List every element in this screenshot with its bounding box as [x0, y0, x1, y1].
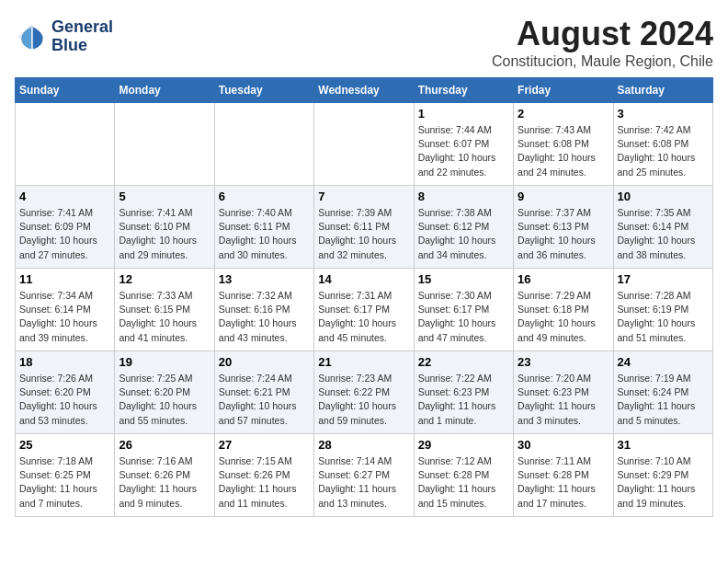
header-friday: Friday — [514, 78, 613, 103]
day-number: 18 — [19, 355, 110, 369]
header-monday: Monday — [115, 78, 214, 103]
day-info: Sunrise: 7:18 AM Sunset: 6:25 PM Dayligh… — [19, 454, 110, 511]
calendar-cell: 17Sunrise: 7:28 AM Sunset: 6:19 PM Dayli… — [613, 269, 712, 351]
day-info: Sunrise: 7:39 AM Sunset: 6:11 PM Dayligh… — [318, 206, 409, 262]
day-info: Sunrise: 7:23 AM Sunset: 6:22 PM Dayligh… — [318, 372, 409, 428]
day-number: 21 — [318, 355, 409, 369]
day-info: Sunrise: 7:29 AM Sunset: 6:18 PM Dayligh… — [518, 289, 609, 345]
day-number: 12 — [119, 272, 210, 286]
calendar-cell: 29Sunrise: 7:12 AM Sunset: 6:28 PM Dayli… — [414, 434, 513, 517]
main-title: August 2024 — [492, 15, 713, 53]
header-wednesday: Wednesday — [314, 78, 414, 103]
calendar-cell: 21Sunrise: 7:23 AM Sunset: 6:22 PM Dayli… — [314, 351, 414, 434]
day-info: Sunrise: 7:10 AM Sunset: 6:29 PM Dayligh… — [618, 454, 709, 511]
day-number: 11 — [19, 272, 110, 286]
calendar-table: SundayMondayTuesdayWednesdayThursdayFrid… — [15, 77, 713, 517]
calendar-cell — [214, 103, 313, 186]
day-info: Sunrise: 7:43 AM Sunset: 6:08 PM Dayligh… — [518, 123, 609, 179]
logo-icon — [15, 20, 48, 53]
calendar-cell: 8Sunrise: 7:38 AM Sunset: 6:12 PM Daylig… — [414, 186, 513, 269]
header-thursday: Thursday — [414, 78, 513, 103]
header-saturday: Saturday — [613, 78, 712, 103]
logo-line1: General — [51, 18, 113, 37]
day-info: Sunrise: 7:28 AM Sunset: 6:19 PM Dayligh… — [618, 289, 709, 345]
day-number: 27 — [219, 438, 310, 452]
day-info: Sunrise: 7:11 AM Sunset: 6:28 PM Dayligh… — [518, 454, 609, 511]
day-number: 1 — [418, 107, 509, 121]
calendar-cell: 30Sunrise: 7:11 AM Sunset: 6:28 PM Dayli… — [514, 434, 613, 517]
calendar-cell: 15Sunrise: 7:30 AM Sunset: 6:17 PM Dayli… — [414, 269, 513, 351]
day-number: 13 — [219, 272, 310, 286]
calendar-cell: 9Sunrise: 7:37 AM Sunset: 6:13 PM Daylig… — [514, 186, 613, 269]
week-row-5: 25Sunrise: 7:18 AM Sunset: 6:25 PM Dayli… — [16, 434, 713, 517]
header-sunday: Sunday — [16, 78, 115, 103]
day-info: Sunrise: 7:24 AM Sunset: 6:21 PM Dayligh… — [219, 372, 310, 428]
day-info: Sunrise: 7:22 AM Sunset: 6:23 PM Dayligh… — [418, 372, 509, 428]
day-info: Sunrise: 7:40 AM Sunset: 6:11 PM Dayligh… — [219, 206, 310, 262]
day-number: 3 — [618, 107, 709, 121]
week-row-3: 11Sunrise: 7:34 AM Sunset: 6:14 PM Dayli… — [16, 269, 713, 351]
calendar-cell: 13Sunrise: 7:32 AM Sunset: 6:16 PM Dayli… — [214, 269, 313, 351]
logo-line2: Blue — [51, 37, 113, 55]
calendar-cell: 24Sunrise: 7:19 AM Sunset: 6:24 PM Dayli… — [613, 351, 712, 434]
calendar-cell: 3Sunrise: 7:42 AM Sunset: 6:08 PM Daylig… — [613, 103, 712, 186]
day-number: 30 — [518, 438, 609, 452]
day-info: Sunrise: 7:30 AM Sunset: 6:17 PM Dayligh… — [418, 289, 509, 345]
day-info: Sunrise: 7:16 AM Sunset: 6:26 PM Dayligh… — [119, 454, 210, 511]
day-number: 9 — [518, 190, 609, 203]
day-number: 6 — [219, 190, 310, 203]
day-number: 23 — [518, 355, 609, 369]
day-number: 31 — [618, 438, 709, 452]
logo-text: General Blue — [51, 18, 113, 55]
day-info: Sunrise: 7:31 AM Sunset: 6:17 PM Dayligh… — [318, 289, 409, 345]
day-number: 10 — [618, 190, 709, 203]
calendar-cell — [16, 103, 115, 186]
calendar-cell: 25Sunrise: 7:18 AM Sunset: 6:25 PM Dayli… — [16, 434, 115, 517]
logo: General Blue — [15, 18, 113, 55]
calendar-cell: 22Sunrise: 7:22 AM Sunset: 6:23 PM Dayli… — [414, 351, 513, 434]
day-info: Sunrise: 7:34 AM Sunset: 6:14 PM Dayligh… — [19, 289, 110, 345]
day-info: Sunrise: 7:41 AM Sunset: 6:10 PM Dayligh… — [119, 206, 210, 262]
calendar-cell — [314, 103, 414, 186]
day-info: Sunrise: 7:26 AM Sunset: 6:20 PM Dayligh… — [19, 372, 110, 428]
title-block: August 2024 Constitucion, Maule Region, … — [492, 15, 713, 70]
day-number: 19 — [119, 355, 210, 369]
day-number: 15 — [418, 272, 509, 286]
page-header: General Blue August 2024 Constitucion, M… — [15, 15, 713, 70]
calendar-cell: 5Sunrise: 7:41 AM Sunset: 6:10 PM Daylig… — [115, 186, 214, 269]
calendar-cell: 1Sunrise: 7:44 AM Sunset: 6:07 PM Daylig… — [414, 103, 513, 186]
day-info: Sunrise: 7:32 AM Sunset: 6:16 PM Dayligh… — [219, 289, 310, 345]
day-info: Sunrise: 7:37 AM Sunset: 6:13 PM Dayligh… — [518, 206, 609, 262]
day-number: 20 — [219, 355, 310, 369]
calendar-cell: 12Sunrise: 7:33 AM Sunset: 6:15 PM Dayli… — [115, 269, 214, 351]
day-info: Sunrise: 7:38 AM Sunset: 6:12 PM Dayligh… — [418, 206, 509, 262]
calendar-cell: 18Sunrise: 7:26 AM Sunset: 6:20 PM Dayli… — [16, 351, 115, 434]
header-tuesday: Tuesday — [214, 78, 313, 103]
day-info: Sunrise: 7:12 AM Sunset: 6:28 PM Dayligh… — [418, 454, 509, 511]
day-number: 7 — [318, 190, 409, 203]
calendar-cell: 4Sunrise: 7:41 AM Sunset: 6:09 PM Daylig… — [16, 186, 115, 269]
calendar-cell: 31Sunrise: 7:10 AM Sunset: 6:29 PM Dayli… — [613, 434, 712, 517]
day-number: 28 — [318, 438, 409, 452]
day-number: 17 — [618, 272, 709, 286]
day-info: Sunrise: 7:19 AM Sunset: 6:24 PM Dayligh… — [618, 372, 709, 428]
calendar-cell: 10Sunrise: 7:35 AM Sunset: 6:14 PM Dayli… — [613, 186, 712, 269]
calendar-cell: 28Sunrise: 7:14 AM Sunset: 6:27 PM Dayli… — [314, 434, 414, 517]
calendar-cell: 16Sunrise: 7:29 AM Sunset: 6:18 PM Dayli… — [514, 269, 613, 351]
day-number: 25 — [19, 438, 110, 452]
day-number: 26 — [119, 438, 210, 452]
calendar-cell: 26Sunrise: 7:16 AM Sunset: 6:26 PM Dayli… — [115, 434, 214, 517]
calendar-cell — [115, 103, 214, 186]
day-info: Sunrise: 7:15 AM Sunset: 6:26 PM Dayligh… — [219, 454, 310, 511]
calendar-cell: 14Sunrise: 7:31 AM Sunset: 6:17 PM Dayli… — [314, 269, 414, 351]
week-row-2: 4Sunrise: 7:41 AM Sunset: 6:09 PM Daylig… — [16, 186, 713, 269]
day-number: 8 — [418, 190, 509, 203]
day-info: Sunrise: 7:42 AM Sunset: 6:08 PM Dayligh… — [618, 123, 709, 179]
day-number: 16 — [518, 272, 609, 286]
day-info: Sunrise: 7:41 AM Sunset: 6:09 PM Dayligh… — [19, 206, 110, 262]
subtitle: Constitucion, Maule Region, Chile — [492, 53, 713, 70]
week-row-4: 18Sunrise: 7:26 AM Sunset: 6:20 PM Dayli… — [16, 351, 713, 434]
calendar-cell: 2Sunrise: 7:43 AM Sunset: 6:08 PM Daylig… — [514, 103, 613, 186]
calendar-header-row: SundayMondayTuesdayWednesdayThursdayFrid… — [16, 78, 713, 103]
day-number: 14 — [318, 272, 409, 286]
